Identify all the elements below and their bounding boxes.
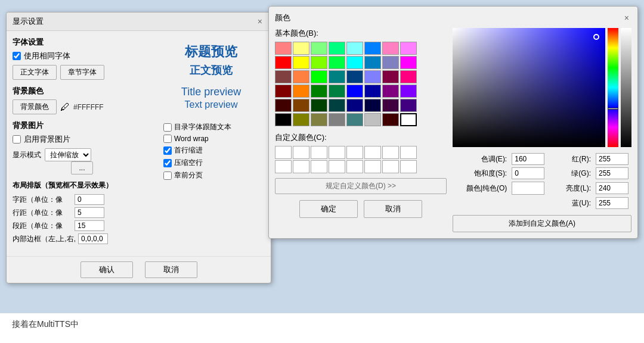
basic-color-cell[interactable] [382, 42, 399, 55]
basic-color-cell[interactable] [382, 70, 399, 83]
enable-bg-image-checkbox[interactable] [13, 135, 21, 144]
basic-color-cell[interactable] [382, 99, 399, 112]
compress-empty-lines-checkbox[interactable] [163, 159, 172, 167]
word-wrap-checkbox[interactable] [163, 135, 172, 143]
lightness-input[interactable] [596, 182, 628, 194]
basic-color-cell[interactable] [364, 113, 381, 126]
basic-color-cell[interactable] [311, 85, 327, 98]
saturation-input[interactable] [512, 167, 544, 179]
char-spacing-row: 字距（单位：像 [13, 194, 151, 205]
color-picker-gradient[interactable] [453, 28, 605, 147]
basic-color-cell[interactable] [382, 56, 399, 69]
basic-color-cell[interactable] [346, 70, 363, 83]
bottom-area: 接着在MultiTTS中 [0, 313, 644, 343]
display-settings-confirm-button[interactable]: 确认 [80, 261, 133, 278]
toc-font-follow-checkbox[interactable] [163, 123, 172, 132]
more-button[interactable]: ... [71, 161, 92, 174]
basic-color-cell[interactable] [275, 99, 292, 112]
basic-color-cell[interactable] [400, 70, 417, 83]
custom-color-cell[interactable] [400, 146, 417, 159]
red-input[interactable] [596, 153, 628, 165]
basic-color-cell[interactable] [329, 99, 345, 112]
basic-color-cell[interactable] [329, 113, 345, 126]
line-spacing-input[interactable] [75, 207, 104, 218]
basic-color-cell[interactable] [400, 85, 417, 98]
basic-color-cell[interactable] [275, 113, 292, 126]
basic-color-cell[interactable] [293, 99, 309, 112]
color-dialog-close-button[interactable]: × [622, 13, 631, 23]
basic-color-cell[interactable] [400, 113, 417, 126]
para-spacing-input[interactable] [75, 220, 104, 231]
basic-color-cell[interactable] [400, 99, 417, 112]
custom-color-cell[interactable] [382, 160, 399, 173]
basic-color-cell[interactable] [275, 85, 292, 98]
basic-color-cell[interactable] [364, 42, 381, 55]
custom-color-cell[interactable] [311, 146, 327, 159]
basic-color-cell[interactable] [400, 42, 417, 55]
color-ok-button[interactable]: 确定 [299, 200, 358, 218]
basic-color-cell[interactable] [346, 99, 363, 112]
basic-color-cell[interactable] [311, 99, 327, 112]
hue-slider[interactable] [608, 28, 618, 147]
basic-color-cell[interactable] [382, 85, 399, 98]
basic-color-cell[interactable] [275, 70, 292, 83]
display-settings-close-button[interactable]: × [255, 17, 265, 26]
basic-color-cell[interactable] [329, 85, 345, 98]
display-settings-cancel-button[interactable]: 取消 [145, 261, 197, 278]
custom-color-cell[interactable] [346, 146, 363, 159]
basic-color-cell[interactable] [346, 42, 363, 55]
chapter-page-break-checkbox[interactable] [163, 172, 172, 180]
basic-color-cell[interactable] [293, 70, 309, 83]
custom-color-cell[interactable] [364, 160, 381, 173]
custom-color-cell[interactable] [293, 146, 309, 159]
custom-color-cell[interactable] [329, 146, 345, 159]
basic-color-cell[interactable] [329, 42, 345, 55]
custom-color-cell[interactable] [400, 160, 417, 173]
basic-color-cell[interactable] [346, 113, 363, 126]
basic-color-cell[interactable] [311, 113, 327, 126]
char-spacing-input[interactable] [75, 194, 104, 205]
basic-color-cell[interactable] [364, 85, 381, 98]
hue-input[interactable] [512, 153, 544, 165]
brightness-slider[interactable] [621, 28, 631, 147]
chapter-font-button[interactable]: 章节字体 [60, 65, 104, 80]
basic-color-cell[interactable] [346, 85, 363, 98]
blue-input[interactable] [596, 197, 628, 209]
use-same-font-checkbox[interactable] [13, 52, 21, 60]
basic-color-cell[interactable] [275, 42, 292, 55]
add-custom-color-button[interactable]: 添加到自定义颜色(A) [453, 215, 631, 232]
basic-color-cell[interactable] [293, 42, 309, 55]
basic-color-cell[interactable] [293, 85, 309, 98]
title-font-button[interactable]: 正文字体 [13, 65, 57, 80]
basic-color-cell[interactable] [311, 42, 327, 55]
custom-color-cell[interactable] [329, 160, 345, 173]
custom-color-cell[interactable] [275, 146, 292, 159]
basic-color-cell[interactable] [293, 56, 309, 69]
basic-color-cell[interactable] [364, 56, 381, 69]
custom-color-cell[interactable] [364, 146, 381, 159]
basic-color-cell[interactable] [311, 56, 327, 69]
custom-color-cell[interactable] [346, 160, 363, 173]
bg-color-button[interactable]: 背景颜色 [13, 99, 57, 114]
basic-color-cell[interactable] [364, 99, 381, 112]
custom-color-cell[interactable] [293, 160, 309, 173]
green-input[interactable] [596, 167, 628, 179]
basic-color-cell[interactable] [382, 113, 399, 126]
inner-border-input[interactable] [78, 233, 108, 244]
custom-color-cell[interactable] [311, 160, 327, 173]
basic-color-cell[interactable] [346, 56, 363, 69]
basic-color-cell[interactable] [329, 70, 345, 83]
eyedropper-icon[interactable]: 🖊 [60, 102, 70, 113]
display-mode-select[interactable]: 拉伸缩放 [45, 148, 91, 161]
basic-color-cell[interactable] [364, 70, 381, 83]
color-cancel-button[interactable]: 取消 [364, 200, 422, 218]
basic-color-cell[interactable] [293, 113, 309, 126]
custom-color-cell[interactable] [382, 146, 399, 159]
basic-color-cell[interactable] [329, 56, 345, 69]
basic-color-cell[interactable] [275, 56, 292, 69]
basic-color-cell[interactable] [400, 56, 417, 69]
define-colors-button[interactable]: 规定自定义颜色(D) >> [275, 178, 447, 194]
basic-color-cell[interactable] [311, 70, 327, 83]
first-line-indent-checkbox[interactable] [163, 146, 172, 155]
custom-color-cell[interactable] [275, 160, 292, 173]
